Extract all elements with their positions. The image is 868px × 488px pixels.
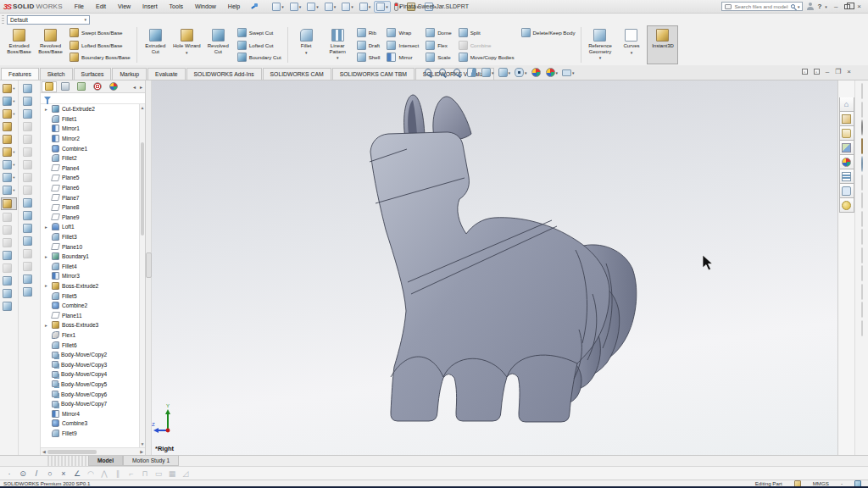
command-tab[interactable]: SOLIDWORKS CAM TBM bbox=[332, 68, 415, 80]
expand-arrow-icon[interactable]: ▸ bbox=[43, 107, 49, 112]
menu-item[interactable]: Help bbox=[223, 2, 245, 11]
ribbon-small-button[interactable]: Mirror bbox=[384, 52, 421, 63]
left-toolbar-button[interactable]: ▾ bbox=[23, 122, 35, 131]
view-tool-button[interactable] bbox=[531, 68, 542, 77]
left-toolbar-button[interactable]: ▾ bbox=[23, 160, 35, 169]
ribbon-small-button[interactable]: Flex bbox=[423, 40, 454, 51]
ribbon-small-button[interactable]: Lofted Boss/Base bbox=[67, 40, 133, 51]
sketch-tool-button[interactable]: ◠ bbox=[86, 469, 95, 478]
menu-item[interactable]: Window bbox=[190, 2, 221, 11]
expand-arrow-icon[interactable]: ▸ bbox=[43, 225, 49, 230]
feature-tree-item[interactable]: ▸ Plane4 bbox=[41, 164, 139, 174]
view-tool-button[interactable]: ▾ bbox=[481, 68, 494, 77]
quick-access-button[interactable]: ▾ bbox=[322, 1, 339, 13]
help-button[interactable]: ? bbox=[817, 3, 821, 10]
scroll-left-icon[interactable]: ◀ bbox=[41, 449, 47, 454]
left-toolbar-button[interactable]: ▾ bbox=[23, 211, 35, 220]
scrollbar-thumb[interactable] bbox=[141, 142, 144, 236]
feature-tree-item[interactable]: ▸ Fillet5 bbox=[41, 291, 139, 301]
tab-area-splitter[interactable] bbox=[47, 456, 88, 466]
feature-tree-item[interactable]: ▸ Boss-Extrude3 bbox=[41, 320, 139, 330]
view-tool-button[interactable]: ▾ bbox=[498, 68, 511, 77]
right-toolbar-button[interactable] bbox=[861, 84, 863, 99]
ribbon-small-button[interactable]: Combine bbox=[456, 40, 517, 51]
sketch-tool-button[interactable]: / bbox=[32, 469, 41, 478]
feature-tree-item[interactable]: ▸ Plane9 bbox=[41, 213, 139, 223]
feature-tree-item[interactable]: ▸ Mirror3 bbox=[41, 271, 139, 281]
sketch-tool-button[interactable]: ⊙ bbox=[19, 469, 27, 478]
feature-tree-item[interactable]: ▸ Fillet2 bbox=[41, 153, 139, 164]
ribbon-large-button[interactable]: Fillet▾ bbox=[291, 25, 322, 64]
left-toolbar-button[interactable]: ▾ bbox=[3, 238, 14, 247]
graphics-viewport[interactable]: Y Z *Right bbox=[152, 80, 837, 455]
left-toolbar-button[interactable]: ▾ bbox=[23, 109, 35, 119]
left-toolbar-button[interactable]: ▾ bbox=[23, 135, 35, 144]
right-toolbar-button[interactable] bbox=[861, 103, 863, 118]
command-tab[interactable]: Features bbox=[1, 68, 39, 80]
left-toolbar-button[interactable]: ▾ bbox=[23, 249, 35, 258]
task-pane-tab[interactable] bbox=[839, 184, 854, 198]
sketch-tool-button[interactable]: ⊓ bbox=[141, 469, 149, 478]
search-box[interactable]: ▾ bbox=[721, 2, 803, 11]
left-toolbar-button[interactable]: ▾ bbox=[23, 287, 35, 297]
feature-tree-item[interactable]: ▸ Plane7 bbox=[41, 192, 139, 202]
ribbon-small-button[interactable]: Draft bbox=[354, 40, 383, 51]
feature-tree-item[interactable]: ▸ Plane5 bbox=[41, 173, 139, 183]
search-dropdown-icon[interactable]: ▾ bbox=[798, 4, 800, 9]
task-pane-tab[interactable] bbox=[839, 112, 854, 126]
feature-tree-item[interactable]: ▸ Body-Move/Copy4 bbox=[41, 369, 139, 380]
feature-tree-item[interactable]: ▸ Body-Move/Copy3 bbox=[41, 359, 139, 369]
view-tool-button[interactable]: ▾ bbox=[562, 69, 575, 76]
search-input[interactable] bbox=[734, 3, 787, 9]
ribbon-small-button[interactable]: Intersect bbox=[384, 40, 421, 51]
left-toolbar-button[interactable]: ▾ bbox=[3, 213, 14, 222]
ribbon-large-button[interactable]: Extruded Boss/Base▾ bbox=[3, 25, 35, 64]
menu-item[interactable]: Edit bbox=[91, 2, 111, 11]
view-tool-button[interactable]: ▾ bbox=[546, 68, 559, 77]
left-toolbar-button[interactable]: ▾ bbox=[2, 198, 15, 209]
left-toolbar-button[interactable]: ▾ bbox=[3, 276, 14, 286]
ribbon-small-button[interactable]: Shell bbox=[354, 52, 383, 63]
feature-panel-tab[interactable] bbox=[106, 81, 121, 92]
quick-access-button[interactable]: ▾ bbox=[357, 1, 374, 13]
feature-tree-item[interactable]: ▸ Plane10 bbox=[41, 241, 139, 252]
left-toolbar-button[interactable]: ▾ bbox=[3, 147, 14, 157]
view-tool-button[interactable] bbox=[438, 68, 448, 77]
tree-horizontal-scrollbar[interactable]: ◀ ▶ bbox=[41, 447, 145, 455]
command-tab[interactable]: Evaluate bbox=[147, 68, 185, 80]
ribbon-large-button[interactable]: Curves▾ bbox=[615, 25, 647, 64]
filter-icon[interactable] bbox=[44, 97, 51, 101]
quick-access-button[interactable]: ▾ bbox=[339, 1, 356, 13]
feature-tree-item[interactable]: ▸ Boss-Extrude2 bbox=[41, 281, 139, 291]
pane-left-icon[interactable]: ▫ bbox=[802, 69, 808, 75]
feature-tree-item[interactable]: ▸ Fillet9 bbox=[41, 429, 139, 439]
toolbar-grip[interactable] bbox=[2, 15, 4, 24]
sketch-tool-button[interactable]: ∥ bbox=[114, 469, 122, 478]
ribbon-small-button[interactable]: Scale bbox=[423, 52, 454, 63]
feature-tree-item[interactable]: ▸ Cut-Extrude2 bbox=[41, 104, 139, 114]
ribbon-large-button[interactable]: Revolved Cut▾ bbox=[203, 25, 234, 64]
left-toolbar-button[interactable]: ▾ bbox=[23, 198, 35, 208]
ribbon-small-button[interactable]: Boundary Cut bbox=[235, 52, 284, 63]
search-icon[interactable] bbox=[791, 4, 795, 8]
sketch-tool-button[interactable]: ○ bbox=[46, 469, 54, 478]
right-toolbar-button[interactable] bbox=[861, 139, 863, 154]
right-toolbar-button[interactable] bbox=[861, 157, 863, 172]
ribbon-small-button[interactable]: Delete/Keep Body bbox=[519, 27, 578, 38]
ribbon-small-button[interactable]: Swept Cut bbox=[235, 27, 284, 38]
command-tab[interactable]: Markup bbox=[112, 68, 147, 80]
task-pane-tab[interactable] bbox=[839, 198, 854, 213]
right-toolbar-button[interactable] bbox=[861, 302, 863, 318]
feature-tree-item[interactable]: ▸ Fillet3 bbox=[41, 232, 139, 242]
feature-tree-item[interactable]: ▸ Loft1 bbox=[41, 222, 139, 232]
right-toolbar-button[interactable] bbox=[861, 321, 863, 336]
feature-tree-item[interactable]: ▸ Body-Move/Copy5 bbox=[41, 380, 139, 390]
status-units[interactable]: MMGS bbox=[813, 480, 829, 486]
sketch-tool-button[interactable]: ◿ bbox=[181, 469, 190, 478]
left-toolbar-button[interactable]: ▾ bbox=[23, 97, 35, 106]
ribbon-small-button[interactable]: Move/Copy Bodies bbox=[456, 52, 517, 63]
left-toolbar-button[interactable]: ▾ bbox=[3, 186, 14, 195]
menu-item[interactable]: Insert bbox=[137, 2, 163, 11]
doc-close-button[interactable]: × bbox=[847, 69, 851, 75]
feature-tree-item[interactable]: ▸ Boundary1 bbox=[41, 252, 139, 262]
